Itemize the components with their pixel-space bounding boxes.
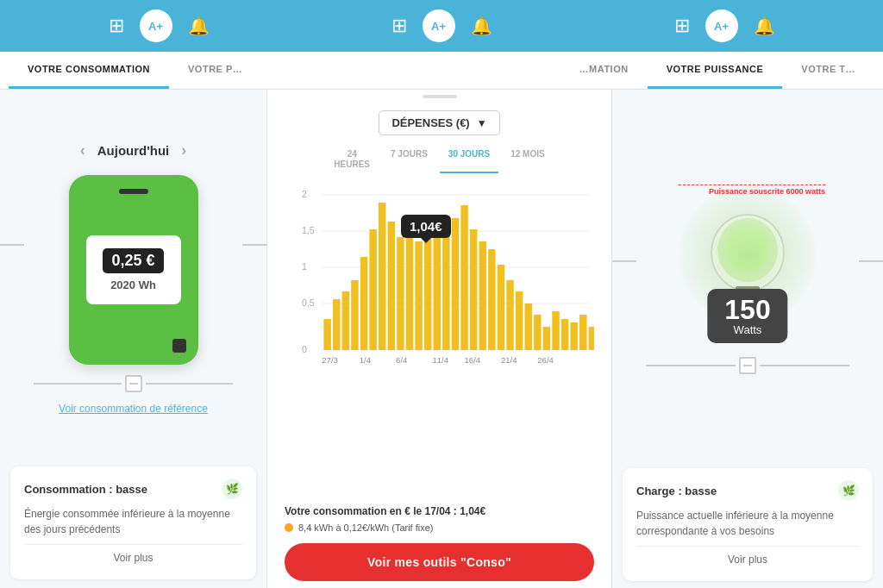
right-eco-badge: 🌿 (838, 480, 859, 501)
power-subscribed-label: Puissance souscrite 6000 watts (709, 187, 825, 196)
svg-rect-35 (552, 311, 559, 350)
svg-text:21/4: 21/4 (501, 356, 517, 365)
device-mockup: 0,25 € 2020 Wh (69, 175, 198, 365)
left-info-card: Consommation : basse 🌿 Énergie consommée… (10, 466, 256, 579)
svg-rect-31 (516, 291, 523, 350)
tarif-text: 8,4 kWh à 0,12€/kWh (Tarif fixe) (298, 522, 434, 533)
bulb-wrapper: Puissance souscrite 6000 watts (670, 178, 825, 350)
svg-rect-13 (351, 280, 358, 350)
tarif-dot (285, 523, 293, 532)
wire-line-section-right (646, 357, 849, 374)
svg-rect-24 (452, 218, 459, 350)
tab-30jours[interactable]: 30 JOURS (440, 146, 498, 173)
svg-rect-15 (369, 229, 376, 350)
svg-text:27/3: 27/3 (322, 356, 338, 365)
center-top: DÉPENSES (€) ▼ 24HEURES 7 JOURS 30 JOURS… (267, 98, 611, 178)
svg-rect-37 (570, 322, 577, 350)
eco-badge: 🌿 (222, 479, 242, 499)
svg-rect-38 (579, 315, 586, 350)
watts-value: 150 (724, 296, 770, 323)
date-prev-button[interactable]: ‹ (80, 141, 85, 160)
avatar-1[interactable]: A+ (140, 9, 172, 42)
svg-rect-32 (524, 303, 531, 350)
svg-rect-29 (498, 265, 504, 350)
avatar-2[interactable]: A+ (423, 9, 455, 42)
chart-container: 2 1,5 1 0,5 0 (267, 182, 611, 497)
avatar-3[interactable]: A+ (705, 9, 738, 42)
tab-7jours[interactable]: 7 JOURS (382, 146, 436, 173)
tab-consommation[interactable]: VOTRE CONSOMMATION (9, 52, 169, 89)
svg-text:1,5: 1,5 (302, 226, 315, 235)
left-panel: ‹ Aujourd'hui › 0,25 € 2020 Wh (0, 90, 267, 588)
top-navigation: ⊞ A+ 🔔 ⊞ A+ 🔔 ⊞ A+ 🔔 (0, 0, 883, 52)
bell-icon-1[interactable]: 🔔 (188, 16, 210, 36)
right-wire-right (859, 260, 883, 262)
svg-rect-33 (534, 315, 541, 350)
svg-rect-28 (488, 249, 495, 350)
date-next-button[interactable]: › (181, 141, 186, 160)
device-screen: 0,25 € 2020 Wh (86, 235, 181, 304)
right-panel: Puissance souscrite 6000 watts (612, 90, 883, 588)
right-info-card: Charge : basse 🌿 Puissance actuelle infé… (623, 468, 873, 581)
depenses-dropdown[interactable]: DÉPENSES (€) ▼ (379, 110, 499, 135)
grid-icon-2[interactable]: ⊞ (391, 15, 407, 37)
device-wh-value: 2020 Wh (110, 278, 156, 291)
center-bottom: Votre consommation en € le 17/04 : 1,04€… (267, 497, 611, 588)
svg-text:0,5: 0,5 (302, 298, 315, 308)
tab-12mois[interactable]: 12 MOIS (502, 146, 553, 173)
chevron-down-icon: ▼ (477, 117, 487, 129)
bell-icon-3[interactable]: 🔔 (754, 16, 775, 36)
right-info-card-title: Charge : basse (636, 485, 717, 497)
bulb-section: Puissance souscrite 6000 watts (612, 90, 883, 461)
watts-display: 150 Watts (707, 289, 787, 343)
right-wire-left (612, 260, 636, 262)
cta-button[interactable]: Voir mes outils "Conso" (285, 543, 594, 581)
conso-value: 1,04€ (460, 505, 485, 517)
svg-text:16/4: 16/4 (465, 356, 481, 365)
svg-rect-23 (442, 229, 449, 350)
tab-24h[interactable]: 24HEURES (325, 146, 379, 173)
tab-votre-p[interactable]: VOTRE P… (169, 52, 261, 89)
svg-rect-30 (506, 280, 513, 350)
right-info-card-header: Charge : basse 🌿 (636, 480, 859, 501)
grid-icon-1[interactable]: ⊞ (109, 15, 124, 37)
svg-text:2: 2 (302, 190, 307, 199)
svg-rect-18 (397, 237, 404, 350)
svg-rect-36 (561, 319, 568, 350)
voir-plus-right[interactable]: Voir plus (636, 546, 859, 572)
nav-group-3: ⊞ A+ 🔔 (674, 9, 775, 42)
wire-line-section (34, 375, 233, 392)
device-top-bar (119, 189, 148, 194)
info-card-title: Consommation : basse (24, 483, 147, 496)
tab-mation[interactable]: …MATION (560, 52, 648, 89)
svg-rect-16 (379, 203, 385, 350)
tarif-line: 8,4 kWh à 0,12€/kWh (Tarif fixe) (285, 522, 594, 533)
ref-link[interactable]: Voir consommation de référence (59, 403, 208, 415)
info-card-header: Consommation : basse 🌿 (24, 479, 242, 499)
svg-rect-12 (342, 291, 349, 350)
svg-rect-17 (388, 222, 395, 350)
depenses-label: DÉPENSES (€) (391, 116, 469, 129)
svg-rect-14 (360, 257, 367, 350)
voir-plus-left[interactable]: Voir plus (24, 544, 242, 571)
tab-puissance[interactable]: VOTRE PUISSANCE (648, 52, 783, 89)
bell-icon-2[interactable]: 🔔 (471, 16, 492, 36)
svg-text:1: 1 (302, 262, 307, 272)
power-indicator: Puissance souscrite 6000 watts (679, 185, 825, 196)
time-tabs: 24HEURES 7 JOURS 30 JOURS 12 MOIS (285, 146, 594, 173)
scroll-indicator (267, 90, 611, 98)
svg-rect-21 (424, 226, 431, 350)
nav-group-2: ⊞ A+ 🔔 (391, 9, 492, 42)
date-navigation: ‹ Aujourd'hui › (80, 141, 187, 160)
tabs-row: VOTRE CONSOMMATION VOTRE P… …MATION VOTR… (0, 52, 883, 90)
grid-icon-3[interactable]: ⊞ (674, 15, 690, 37)
svg-rect-26 (470, 229, 477, 350)
svg-text:11/4: 11/4 (432, 356, 448, 365)
svg-rect-39 (589, 327, 594, 350)
main-content: ‹ Aujourd'hui › 0,25 € 2020 Wh (0, 90, 883, 588)
svg-rect-10 (323, 319, 330, 350)
svg-rect-20 (415, 241, 422, 350)
svg-rect-11 (333, 299, 340, 350)
nav-group-1: ⊞ A+ 🔔 (109, 9, 210, 42)
tab-votre-t[interactable]: VOTRE T… (782, 52, 874, 89)
